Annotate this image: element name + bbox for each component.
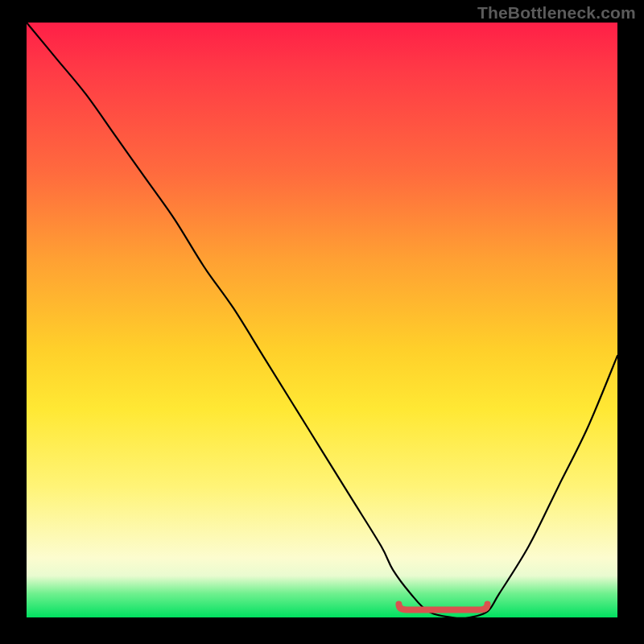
- bottleneck-curve: [27, 23, 617, 618]
- chart-svg: [27, 23, 617, 617]
- gradient-plot-area: [27, 23, 617, 617]
- outer-frame: TheBottleneck.com: [0, 0, 644, 644]
- optimum-marker: [398, 604, 487, 609]
- watermark-text: TheBottleneck.com: [477, 3, 636, 23]
